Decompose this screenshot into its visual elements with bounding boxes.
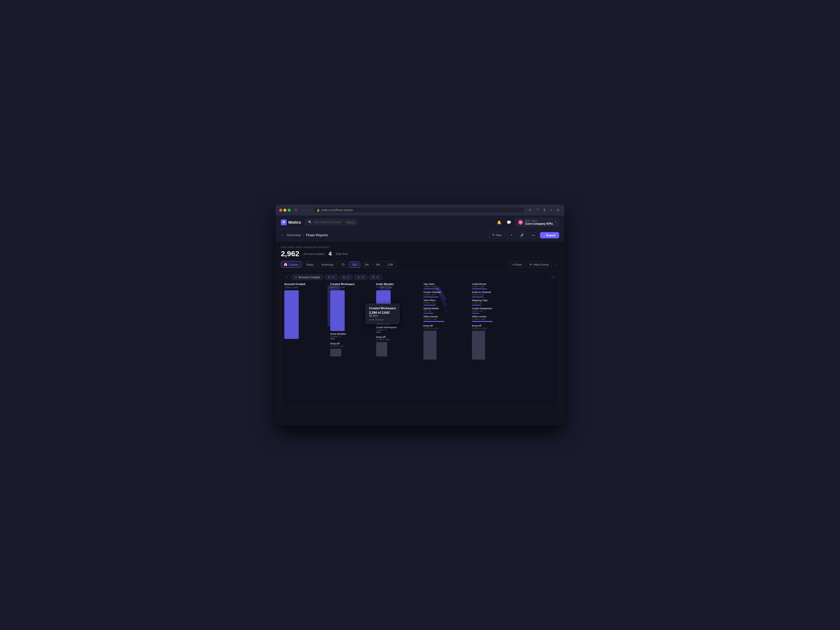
col4-other-events: Other events 11.82% • 350 [423, 315, 467, 322]
col4-app-open: App Open 4.86% • 144 [423, 283, 467, 289]
step-plus-2: +1 [332, 276, 335, 279]
col1-meta: 100% • 2,962 [284, 286, 325, 289]
breadcrumb-bar: ← Overview / Flows Reports ⚗ Filter ↗ 🔗 … [276, 229, 564, 241]
workspace-info: B2B / SaaS Core Company KPIs [525, 219, 553, 225]
add-column-button[interactable]: + [550, 274, 556, 280]
reload-icon[interactable]: ↻ [527, 207, 533, 213]
step-tab-3[interactable]: A +2 [339, 275, 353, 280]
col4-create-channel: Create Channel 4.79% • 142 [423, 291, 467, 297]
col2-invite-member: Invite Member 0.068% • 2 [330, 333, 371, 339]
app-container: W Wotics 🔍 Open Reports & Boards ⌘ + K 🔔… [276, 216, 564, 426]
chevron-down-icon: ▾ [555, 221, 556, 224]
notifications-icon[interactable]: 🔔 [496, 219, 502, 226]
report-question: How many users created an account? [281, 245, 559, 249]
minimize-button[interactable] [284, 209, 286, 212]
col4-upload-media: Upload Media 3% • 89 [423, 307, 467, 314]
share-icon[interactable]: ⬆ [542, 207, 547, 213]
breadcrumb: ← Overview / Flows Reports [281, 233, 328, 237]
step-badge-5: A [373, 276, 374, 279]
nav-left: W Wotics 🔍 Open Reports & Boards ⌘ + K [281, 219, 358, 226]
open-external-button[interactable]: ↗ [507, 232, 515, 238]
step-plus-3: +2 [346, 276, 349, 279]
secondary-stat: 4 [328, 250, 332, 257]
col4-view-plans: View Plans 3.95% • 117 [423, 299, 467, 306]
12m-btn[interactable]: 12M [385, 261, 396, 268]
6m-label: 6M [376, 263, 380, 266]
eye-icon: 👁 [529, 263, 532, 266]
url-text: wotics.com/flows-reports [321, 208, 353, 212]
more-options-icon[interactable]: ⋮ [553, 261, 559, 268]
forward-icon[interactable]: › [307, 207, 311, 213]
export-label: Export [546, 234, 556, 237]
tooltip-count: 2,294 of 2,642 [369, 311, 396, 314]
custom-filter-btn[interactable]: 📅 Custom [281, 261, 302, 268]
col3-meta: 77.45% • 2,294 [376, 286, 418, 289]
new-tab-icon[interactable]: + [549, 207, 554, 213]
workspace-tier: B2B / SaaS [525, 219, 553, 222]
breadcrumb-current: Flows Reports [306, 233, 328, 237]
6m-btn[interactable]: 6M [373, 261, 383, 268]
calendar-icon: 📅 [284, 263, 287, 266]
traffic-lights [279, 209, 291, 212]
step-tab-1[interactable]: A Account Created [292, 274, 324, 280]
step-tab-4[interactable]: A +3 [354, 275, 368, 280]
flow-canvas: + A Account Created A +1 A +2 A [281, 271, 559, 407]
hover-tooltip: Created Workspace 2,294 of 2,642 86.83% … [366, 304, 399, 324]
back-icon[interactable]: ‹ [301, 207, 305, 213]
external-link-icon: ↗ [510, 234, 512, 237]
col5-authenticate: Authenticate 4.59% • 136 [472, 283, 515, 289]
search-bar[interactable]: 🔍 Open Reports & Boards ⌘ + K [305, 219, 358, 226]
7d-btn[interactable]: 7D [338, 261, 347, 268]
close-button[interactable] [279, 209, 282, 212]
30d-btn[interactable]: 30D [349, 261, 360, 268]
main-stat: 2,962 [281, 249, 299, 258]
yesterday-btn[interactable]: Yesterday [318, 261, 336, 268]
3m-btn[interactable]: 3M [362, 261, 371, 268]
rows-button[interactable]: 4 Rows [510, 261, 525, 268]
step-badge-4: A [358, 276, 360, 279]
top-nav: W Wotics 🔍 Open Reports & Boards ⌘ + K 🔔… [276, 216, 564, 229]
logo-text: Wotics [288, 220, 301, 224]
7d-label: 7D [341, 263, 345, 266]
breadcrumb-overview[interactable]: Overview [287, 233, 301, 237]
browser-window: ⊡ ‹ › 🔒 wotics.com/flows-reports ↻ ? ⬆ +… [276, 204, 564, 426]
hide-events-label: Hide Events [534, 263, 549, 266]
breadcrumb-separator: / [303, 233, 304, 237]
secondary-stat-label: Step flow [336, 252, 348, 256]
browser-chrome: ⊡ ‹ › 🔒 wotics.com/flows-reports ↻ ? ⬆ +… [276, 204, 564, 216]
share-link-button[interactable]: 🔗 [517, 232, 527, 238]
step-tab-5[interactable]: A +4 [369, 275, 382, 280]
col3-header: Invite Member [376, 283, 418, 286]
browser-actions: ? ⬆ + ⧉ [535, 207, 561, 213]
flow-column-1: Account Created 100% • 2,962 [284, 283, 325, 339]
3m-label: 3M [365, 263, 369, 266]
tabs-icon[interactable]: ⧉ [556, 207, 561, 213]
logo: W Wotics [281, 219, 301, 225]
col2-dropoff: Drop-off 10.74% • 318 [330, 342, 371, 357]
step-plus-5: +4 [376, 276, 379, 279]
col5-dropoff: Drop-off 75.69% • 2,242 [472, 324, 515, 360]
col2-main-bar [330, 291, 345, 331]
workspace-selector[interactable]: W B2B / SaaS Core Company KPIs ▾ [515, 218, 559, 227]
url-bar[interactable]: 🔒 wotics.com/flows-reports [314, 207, 525, 213]
lock-icon: 🔒 [317, 209, 320, 212]
messages-icon[interactable]: 💬 [505, 219, 512, 226]
today-btn[interactable]: Today [303, 261, 316, 268]
hide-events-button[interactable]: 👁 Hide Events [527, 261, 552, 268]
tooltip-next-label: Invite Member [369, 318, 384, 321]
col4-dropoff: Drop-off 71.57% • 2,120 [423, 324, 467, 360]
export-button[interactable]: ↑ Export [540, 232, 559, 238]
tooltip-title: Created Workspace [369, 306, 396, 310]
workspace-name: Core Company KPIs [525, 222, 553, 225]
sidebar-toggle-icon[interactable]: ⊡ [293, 207, 298, 213]
back-nav-button[interactable]: ← [281, 233, 284, 237]
filter-button[interactable]: ⚗ Filter [489, 232, 505, 238]
help-icon[interactable]: ? [535, 207, 540, 213]
step-tab-2[interactable]: A +1 [325, 275, 338, 280]
col1-header: Account Created [284, 283, 325, 286]
maximize-button[interactable] [288, 209, 291, 212]
custom-filter-label: Custom [289, 263, 298, 266]
more-options-button[interactable]: ••• [529, 232, 538, 238]
add-step-button[interactable]: + [284, 274, 290, 280]
col2-header: Created Workspace [330, 283, 371, 286]
